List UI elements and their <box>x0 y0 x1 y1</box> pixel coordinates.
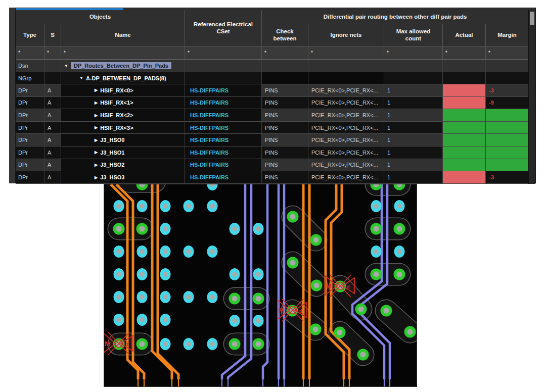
filter-cell[interactable]: * <box>44 46 61 60</box>
cell-check-between[interactable]: PINS <box>262 159 308 172</box>
table-row[interactable]: DPrA▶J3_HSO0HS-DIFFPAIRSPINSPCIE_RX<0>,P… <box>16 134 529 146</box>
cell-type[interactable]: DPr <box>16 122 44 134</box>
object-name[interactable]: HSIF_RX<0> <box>100 87 133 93</box>
cell-margin[interactable] <box>486 134 529 146</box>
cell-actual[interactable] <box>443 84 486 97</box>
cell-ref-cset[interactable]: HS-DIFFPAIRS <box>185 146 262 159</box>
table-row[interactable]: DPrA▶J3_HSO3HS-DIFFPAIRSPINSPCIE_RX<0>,P… <box>16 171 529 184</box>
cell-ignore-nets[interactable]: PCIE_RX<0>,PCIE_RX<... <box>308 146 384 159</box>
cell-margin[interactable] <box>486 72 529 84</box>
column-header-type[interactable]: Type <box>16 24 44 46</box>
cell-ignore-nets[interactable]: PCIE_RX<0>,PCIE_RX<... <box>308 84 384 97</box>
cell-s[interactable]: A <box>44 146 61 159</box>
table-row[interactable]: DPrA▶HSIF_RX<0>HS-DIFFPAIRSPINSPCIE_RX<0… <box>16 84 529 97</box>
cell-check-between[interactable]: PINS <box>262 134 308 146</box>
cell-ref-cset[interactable]: HS-DIFFPAIRS <box>185 159 262 172</box>
filter-cell[interactable]: * <box>443 46 486 60</box>
column-header-name[interactable]: Name <box>61 24 185 46</box>
cell-check-between[interactable]: PINS <box>262 109 308 122</box>
cell-type[interactable]: Dsn <box>16 60 44 72</box>
cell-check-between[interactable]: PINS <box>262 97 308 110</box>
column-header-check-between[interactable]: Check between <box>262 24 308 46</box>
column-header-ref-cset[interactable]: Referenced Electrical CSet <box>185 10 262 46</box>
cell-max-allowed[interactable] <box>384 72 443 84</box>
cell-ref-cset[interactable]: HS-DIFFPAIRS <box>185 109 262 122</box>
cell-type[interactable]: DPr <box>16 109 44 122</box>
table-row[interactable]: NGrp▼A-DP_BETWEEN_DP_PADS(8) <box>16 72 529 84</box>
cell-type[interactable]: DPr <box>16 159 44 172</box>
expand-arrow-icon[interactable]: ▶ <box>95 163 98 167</box>
cell-name[interactable]: ▶HSIF_RX<2> <box>61 109 185 122</box>
scrollbar-thumb[interactable] <box>530 12 534 25</box>
table-row[interactable]: Dsn▼DP_Routes_Between_DP_Pin_Pads <box>16 60 529 72</box>
object-name[interactable]: J3_HSO0 <box>100 137 124 143</box>
column-header-ignore-nets[interactable]: Ignore nets <box>308 24 384 46</box>
expand-arrow-icon[interactable]: ▶ <box>95 88 98 92</box>
selected-object-name[interactable]: DP_Routes_Between_DP_Pin_Pads <box>71 62 171 69</box>
cell-margin[interactable] <box>486 146 529 159</box>
column-header-max-allowed-count[interactable]: Max allowed count <box>384 24 443 46</box>
expand-arrow-icon[interactable]: ▶ <box>95 113 98 118</box>
cell-check-between[interactable]: PINS <box>262 146 308 159</box>
cell-ignore-nets[interactable]: PCIE_RX<0>,PCIE_RX<... <box>308 171 384 184</box>
cell-max-allowed[interactable]: 1 <box>384 171 443 184</box>
collapse-arrow-icon[interactable]: ▼ <box>79 76 83 80</box>
cell-s[interactable]: A <box>44 134 61 146</box>
expand-arrow-icon[interactable]: ▶ <box>95 150 98 155</box>
collapse-arrow-icon[interactable]: ▼ <box>64 64 68 68</box>
cell-margin[interactable]: -3 <box>486 171 529 184</box>
filter-cell[interactable]: * <box>308 46 384 60</box>
cell-ref-cset[interactable] <box>185 60 262 72</box>
cell-name[interactable]: ▶HSIF_RX<1> <box>61 97 185 110</box>
cell-name[interactable]: ▶J3_HSO3 <box>61 171 185 184</box>
filter-cell[interactable]: * <box>16 46 44 60</box>
filter-cell[interactable]: * <box>486 46 529 60</box>
cell-check-between[interactable] <box>262 72 308 84</box>
cell-max-allowed[interactable]: 1 <box>384 109 443 122</box>
cell-type[interactable]: NGrp <box>16 72 44 84</box>
cell-actual[interactable] <box>443 146 486 159</box>
cell-ignore-nets[interactable]: PCIE_RX<0>,PCIE_RX<... <box>308 159 384 172</box>
table-row[interactable]: DPrA▶HSIF_RX<3>HS-DIFFPAIRSPINSPCIE_RX<0… <box>16 122 529 134</box>
table-row[interactable]: DPrA▶HSIF_RX<2>HS-DIFFPAIRSPINSPCIE_RX<0… <box>16 109 529 122</box>
cell-s[interactable]: A <box>44 97 61 110</box>
expand-arrow-icon[interactable]: ▶ <box>95 125 98 130</box>
cell-name[interactable]: ▶J3_HSO2 <box>61 159 185 172</box>
object-name[interactable]: HSIF_RX<1> <box>100 100 133 106</box>
vertical-scrollbar[interactable] <box>528 10 535 184</box>
cell-margin[interactable]: -9 <box>486 97 529 110</box>
object-name[interactable]: J3_HSO3 <box>100 174 124 180</box>
cell-ignore-nets[interactable]: PCIE_RX<0>,PCIE_RX<... <box>308 134 384 146</box>
cell-actual[interactable] <box>443 72 486 84</box>
cell-max-allowed[interactable]: 1 <box>384 159 443 172</box>
cell-margin[interactable] <box>486 60 529 72</box>
cell-actual[interactable] <box>443 134 486 146</box>
object-name[interactable]: J3_HSO2 <box>100 162 124 168</box>
cell-margin[interactable]: -3 <box>486 84 529 97</box>
filter-cell[interactable]: * <box>185 46 262 60</box>
cell-max-allowed[interactable] <box>384 60 443 72</box>
object-name[interactable]: A-DP_BETWEEN_DP_PADS(8) <box>86 75 166 81</box>
cell-name[interactable]: ▶HSIF_RX<3> <box>61 122 185 134</box>
cell-max-allowed[interactable]: 1 <box>384 134 443 146</box>
cell-type[interactable]: DPr <box>16 146 44 159</box>
cell-ignore-nets[interactable]: PCIE_RX<0>,PCIE_RX<... <box>308 109 384 122</box>
cell-margin[interactable] <box>486 159 529 172</box>
cell-ignore-nets[interactable] <box>308 72 384 84</box>
expand-arrow-icon[interactable]: ▶ <box>95 175 98 180</box>
cell-ref-cset[interactable]: HS-DIFFPAIRS <box>185 171 262 184</box>
cell-ref-cset[interactable]: HS-DIFFPAIRS <box>185 122 262 134</box>
cell-actual[interactable] <box>443 171 486 184</box>
object-name[interactable]: HSIF_RX<2> <box>100 112 133 118</box>
cell-name[interactable]: ▼DP_Routes_Between_DP_Pin_Pads <box>61 60 185 72</box>
cell-check-between[interactable] <box>262 60 308 72</box>
cell-name[interactable]: ▼A-DP_BETWEEN_DP_PADS(8) <box>61 72 185 84</box>
cell-ref-cset[interactable]: HS-DIFFPAIRS <box>185 84 262 97</box>
expand-arrow-icon[interactable]: ▶ <box>95 138 98 142</box>
cell-s[interactable] <box>44 72 61 84</box>
cell-type[interactable]: DPr <box>16 97 44 110</box>
cell-check-between[interactable]: PINS <box>262 171 308 184</box>
table-row[interactable]: DPrA▶HSIF_RX<1>HS-DIFFPAIRSPINSPCIE_RX<0… <box>16 97 529 110</box>
column-header-margin[interactable]: Margin <box>486 24 529 46</box>
cell-s[interactable]: A <box>44 122 61 134</box>
